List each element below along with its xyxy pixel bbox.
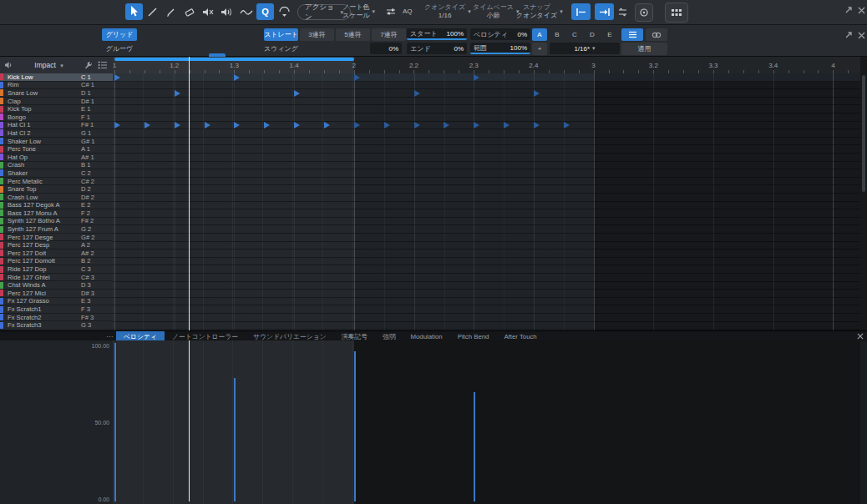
setup-wrench-icon[interactable]: [84, 58, 93, 73]
instrument-selector[interactable]: Impact: [13, 61, 84, 69]
preset-button-c[interactable]: C: [567, 28, 582, 41]
grid-vertical-scrollbar[interactable]: [860, 57, 867, 330]
add-preset-button[interactable]: +: [532, 43, 547, 55]
drum-row[interactable]: RimC# 1: [0, 82, 113, 90]
playhead-ruler[interactable]: [189, 57, 190, 73]
drum-note[interactable]: [294, 90, 300, 97]
drum-row[interactable]: Perc MetalicC# 2: [0, 178, 113, 186]
drum-row[interactable]: Fx Scratch2F# 3: [0, 314, 113, 322]
macro-controls-button[interactable]: [635, 3, 653, 22]
drum-row[interactable]: Kick LowC 1: [0, 73, 113, 82]
snap-mode-dropdown[interactable]: スナップ クオンタイズ: [516, 3, 563, 21]
scale-filter-button[interactable]: [384, 3, 398, 20]
drum-note[interactable]: [324, 122, 330, 129]
groove-mode-button[interactable]: グルーヴ: [102, 43, 137, 55]
drum-note[interactable]: [264, 122, 270, 129]
drum-row[interactable]: Ride 127 GhtelC# 3: [0, 274, 113, 282]
detach-window-button[interactable]: [844, 5, 854, 15]
apply-button[interactable]: 適用: [621, 43, 667, 55]
snap-tolerance-button[interactable]: [616, 3, 629, 20]
drum-row[interactable]: ShakerC 2: [0, 169, 113, 178]
drum-note[interactable]: [234, 122, 240, 129]
note-color-dropdown[interactable]: ノート色 スケール: [342, 3, 375, 21]
swing-value-field[interactable]: 0%: [370, 43, 402, 54]
drum-row[interactable]: Hat Cl 1F# 1: [0, 122, 113, 130]
drum-row[interactable]: Crash LowD# 2: [0, 194, 113, 202]
preset-button-e[interactable]: E: [602, 28, 617, 41]
drum-row[interactable]: Kick TopE 1: [0, 105, 113, 113]
arrow-tool-button[interactable]: [125, 3, 143, 20]
drum-note[interactable]: [474, 74, 479, 81]
drum-note[interactable]: [534, 90, 540, 97]
mute-tool-button[interactable]: [199, 3, 216, 20]
drum-note[interactable]: [564, 122, 570, 129]
drum-row[interactable]: Snare TopD 2: [0, 185, 113, 194]
drum-note[interactable]: [444, 122, 449, 129]
quantize-tool-button[interactable]: Q: [256, 3, 274, 20]
drum-note[interactable]: [384, 122, 390, 129]
drum-row[interactable]: Perc 127 DesgeG# 2: [0, 234, 113, 242]
close-editor-button[interactable]: [856, 5, 866, 15]
drum-row[interactable]: Perc 127 DoitA# 2: [0, 249, 113, 258]
drum-row[interactable]: Ride 127 DopC 3: [0, 265, 113, 274]
playhead-grid[interactable]: [189, 73, 190, 330]
velocity-bar[interactable]: [234, 378, 236, 501]
drum-row[interactable]: Fx Scratch3G 3: [0, 321, 113, 330]
preset-button-d[interactable]: D: [585, 28, 600, 41]
eraser-tool-button[interactable]: [180, 3, 198, 20]
drum-note[interactable]: [504, 122, 510, 129]
drum-row[interactable]: Bass 127 Monu AF 2: [0, 209, 113, 218]
feel-button-3[interactable]: 5連符: [336, 28, 370, 41]
drum-note[interactable]: [534, 122, 540, 129]
drum-note[interactable]: [234, 74, 240, 81]
drum-row[interactable]: Synth 127 Frum AG 2: [0, 225, 113, 234]
timebase-dropdown[interactable]: タイムベース 小節: [473, 3, 519, 21]
close-panel-button[interactable]: [856, 30, 866, 40]
drum-row[interactable]: Perc ToneA 1: [0, 145, 113, 154]
drum-row[interactable]: Perc 127 DomottB 2: [0, 258, 113, 266]
drum-row[interactable]: Bass 127 Degok AE 2: [0, 202, 113, 210]
drum-row[interactable]: BongoF 1: [0, 113, 113, 122]
drum-row[interactable]: Snare LowD 1: [0, 89, 113, 98]
drum-note[interactable]: [414, 122, 420, 129]
feel-button-2[interactable]: 3連符: [300, 28, 334, 41]
drum-row[interactable]: ClapD# 1: [0, 98, 113, 106]
drum-note-grid[interactable]: [113, 73, 860, 330]
snap-to-grid-button[interactable]: [571, 3, 591, 20]
drum-note[interactable]: [175, 90, 180, 97]
detach-panel-button[interactable]: [844, 30, 854, 40]
drum-row[interactable]: CrashB 1: [0, 162, 113, 170]
drum-note[interactable]: [144, 122, 150, 129]
drum-row[interactable]: Hat OpA# 1: [0, 154, 113, 162]
pad-display-button[interactable]: [665, 3, 688, 23]
drum-note[interactable]: [354, 122, 360, 129]
link-view-button[interactable]: [646, 28, 667, 41]
paint-tool-button[interactable]: [162, 3, 180, 20]
velocity-bar[interactable]: [354, 351, 356, 502]
line-tool-button[interactable]: [144, 3, 161, 20]
drum-note[interactable]: [114, 122, 120, 129]
feel-button-1[interactable]: ストレート: [264, 28, 298, 41]
playhead-velocity[interactable]: [189, 340, 190, 501]
quantize-value-dropdown[interactable]: クオンタイズ 1/16: [424, 3, 471, 21]
bend-tool-button[interactable]: [276, 3, 293, 20]
grid-mode-button[interactable]: グリッド: [102, 28, 137, 41]
drum-row[interactable]: Synth 127 Botho AF# 2: [0, 218, 113, 226]
listen-tool-button[interactable]: [217, 3, 235, 20]
drum-note[interactable]: [354, 74, 360, 81]
scrollbar-thumb[interactable]: [862, 75, 865, 192]
drum-row[interactable]: Hat Cl 2G 1: [0, 129, 113, 138]
snap-to-end-button[interactable]: [595, 3, 614, 20]
curve-tool-button[interactable]: [237, 3, 255, 20]
velocity-bar[interactable]: [474, 392, 475, 501]
preview-speaker-icon[interactable]: [4, 58, 13, 73]
velocity-bar[interactable]: [114, 343, 116, 501]
range-field[interactable]: 範囲100%: [470, 43, 530, 54]
feel-button-4[interactable]: 7連符: [372, 28, 406, 41]
drum-note[interactable]: [474, 122, 479, 129]
timeline-ruler[interactable]: 11.21.31.422.22.32.433.23.33.44: [113, 57, 860, 73]
velocity-field[interactable]: ベロシティ0%: [470, 28, 530, 40]
drum-row[interactable]: Shaker LowG# 1: [0, 138, 113, 146]
loop-range-bar[interactable]: [114, 58, 354, 61]
start-field[interactable]: スタート100%: [407, 28, 467, 40]
